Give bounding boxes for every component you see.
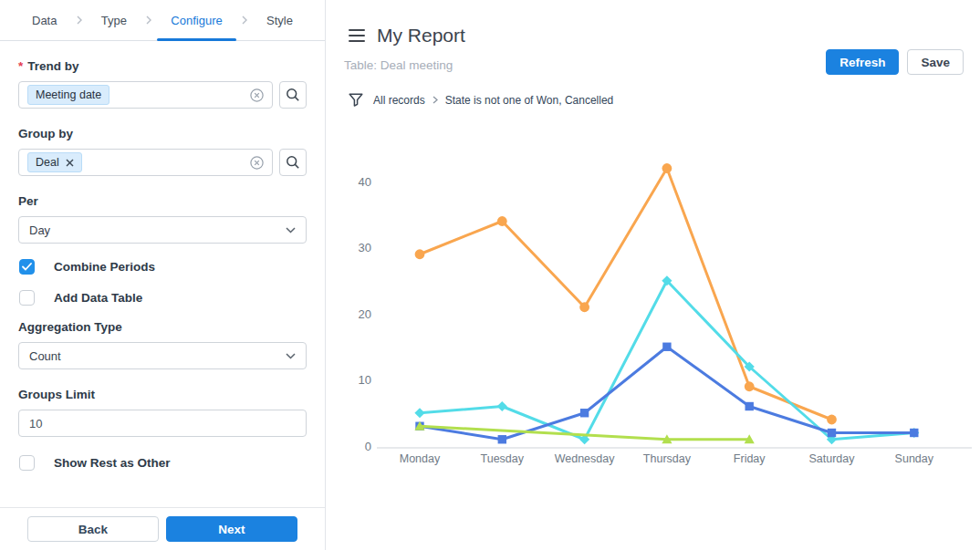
svg-text:Wednesday: Wednesday [555, 452, 616, 465]
hamburger-menu-icon[interactable] [349, 29, 365, 42]
chevron-right-icon [242, 0, 247, 40]
chevron-right-icon [77, 0, 82, 40]
group-by-chip[interactable]: Deal [27, 152, 82, 171]
add-data-table-label: Add Data Table [54, 291, 142, 305]
chevron-down-icon [286, 227, 296, 233]
report-title: My Report [377, 25, 465, 47]
per-label: Per [18, 194, 307, 208]
back-button[interactable]: Back [27, 516, 159, 542]
step-style[interactable]: Style [253, 0, 307, 40]
clear-field-icon[interactable] [250, 88, 264, 102]
remove-chip-icon[interactable] [66, 159, 74, 167]
filter-summary[interactable]: All records State is not one of Won, Can… [349, 93, 980, 107]
clear-field-icon[interactable] [250, 156, 264, 170]
svg-text:40: 40 [359, 175, 371, 189]
group-by-input[interactable]: Deal [18, 149, 273, 176]
show-rest-row: Show Rest as Other [19, 455, 307, 471]
chevron-down-icon [286, 353, 296, 359]
step-data[interactable]: Data [18, 0, 70, 40]
filter-scope[interactable]: All records [373, 94, 425, 107]
svg-text:Friday: Friday [734, 452, 766, 465]
combine-periods-label: Combine Periods [54, 260, 155, 274]
per-select[interactable]: Day [18, 216, 307, 244]
combine-periods-checkbox[interactable] [19, 259, 35, 275]
svg-text:Thursday: Thursday [643, 452, 692, 465]
groups-limit-input[interactable]: 10 [18, 410, 307, 437]
svg-text:Tuesday: Tuesday [481, 452, 525, 465]
search-icon [286, 155, 300, 170]
svg-text:Monday: Monday [400, 452, 441, 465]
svg-text:30: 30 [359, 241, 371, 254]
svg-text:10: 10 [359, 373, 371, 387]
aggregation-type-label: Aggregation Type [18, 320, 307, 334]
trend-chart: 010203040MondayTuesdayWednesdayThursdayF… [326, 137, 980, 483]
step-configure[interactable]: Configure [157, 0, 235, 40]
trend-by-chip[interactable]: Meeting date [27, 85, 109, 104]
report-preview: My Report Table: Deal meeting Refresh Sa… [326, 0, 980, 550]
refresh-button[interactable]: Refresh [826, 49, 899, 75]
step-type[interactable]: Type [88, 0, 141, 40]
wizard-breadcrumb: Data Type Configure Style [0, 0, 325, 41]
group-by-label: Group by [18, 127, 307, 140]
chevron-right-icon [433, 96, 438, 104]
per-select-value: Day [29, 223, 50, 237]
combine-periods-row: Combine Periods [19, 259, 307, 275]
filter-funnel-icon [349, 93, 363, 107]
show-rest-label: Show Rest as Other [54, 456, 171, 470]
svg-text:Sunday: Sunday [895, 452, 934, 465]
aggregation-type-value: Count [29, 349, 61, 363]
save-button[interactable]: Save [907, 49, 964, 75]
next-button[interactable]: Next [166, 516, 297, 542]
svg-text:0: 0 [365, 440, 371, 453]
svg-text:Saturday: Saturday [808, 452, 855, 465]
show-rest-checkbox[interactable] [19, 455, 35, 471]
required-asterisk: * [18, 59, 23, 73]
svg-text:20: 20 [359, 307, 371, 321]
group-by-search-button[interactable] [279, 149, 307, 176]
check-icon [22, 263, 32, 271]
groups-limit-label: Groups Limit [18, 388, 307, 401]
trend-by-input[interactable]: Meeting date [18, 81, 273, 109]
trend-by-label: * Trend by [18, 59, 307, 73]
filter-condition[interactable]: State is not one of Won, Cancelled [445, 94, 614, 107]
trend-by-search-button[interactable] [279, 81, 307, 109]
search-icon [286, 88, 300, 102]
config-sidebar: Data Type Configure Style * Trend by Mee… [0, 0, 326, 550]
aggregation-type-select[interactable]: Count [18, 342, 307, 369]
add-data-table-checkbox[interactable] [19, 290, 35, 306]
chevron-right-icon [146, 0, 151, 40]
add-data-table-row: Add Data Table [19, 290, 307, 306]
wizard-footer: Back Next [0, 507, 325, 550]
